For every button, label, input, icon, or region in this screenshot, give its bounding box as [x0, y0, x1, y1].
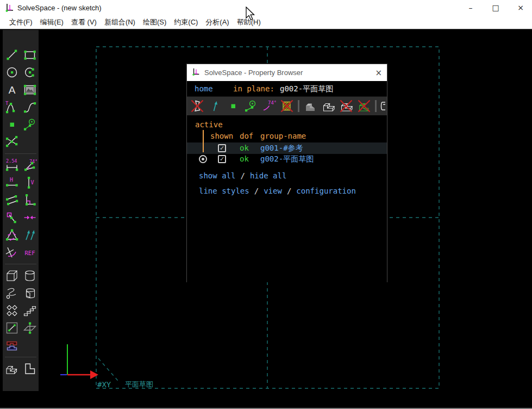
show-hide-links: show all/hide all: [199, 171, 286, 180]
extrude-group-icon[interactable]: [3, 267, 21, 284]
point-on-line-constraint-icon[interactable]: [3, 209, 21, 226]
menu-edit[interactable]: 编辑(E): [36, 17, 67, 27]
construction-icon[interactable]: [21, 116, 39, 133]
view-link[interactable]: view: [264, 187, 282, 195]
outlines-hidden-icon[interactable]: [339, 99, 353, 113]
toolbar-group: [3, 267, 39, 354]
active-plane-name[interactable]: g002-平面草图: [280, 84, 333, 94]
mouse-cursor-icon: [245, 7, 256, 24]
toolbar-separator: [5, 264, 36, 264]
main-titlebar: SolveSpace - (new sketch) – □ ×: [0, 0, 532, 15]
parallel-normals-constraint-icon[interactable]: [21, 226, 39, 244]
toolbar-divider: [298, 100, 299, 112]
maximize-button[interactable]: □: [485, 0, 506, 15]
property-browser-close-button[interactable]: ×: [375, 68, 382, 78]
translate-copy-group-icon[interactable]: [21, 302, 39, 319]
sketch-shape-group-icon[interactable]: [21, 360, 39, 377]
image-icon[interactable]: [21, 81, 39, 98]
property-browser-nav: home in plane: g002-平面草图: [187, 81, 387, 96]
configuration-link[interactable]: configuration: [296, 187, 356, 195]
angle-dimension-icon[interactable]: 74°: [21, 157, 39, 174]
constraints-dims-icon[interactable]: 74°: [262, 99, 276, 113]
equal-constraint-icon[interactable]: [3, 226, 21, 244]
arc-icon[interactable]: [21, 64, 39, 81]
svg-text:REF: REF: [24, 250, 35, 256]
helix-group-icon[interactable]: [3, 284, 21, 302]
active-radio-g002[interactable]: [199, 155, 207, 163]
shown-checkbox-g002[interactable]: [218, 155, 226, 163]
link-separator: /: [254, 187, 259, 195]
text-icon[interactable]: A: [3, 81, 21, 98]
workplane-group-icon[interactable]: [21, 319, 39, 337]
tangent-constraint-icon[interactable]: [3, 244, 21, 261]
perpendicular-constraint-icon[interactable]: [21, 191, 39, 209]
edges-icon[interactable]: [321, 99, 335, 113]
show-all-link[interactable]: show all: [199, 171, 235, 180]
menu-group[interactable]: 新组合(N): [101, 17, 139, 27]
shown-column-header: shown: [210, 132, 233, 140]
parallel-constraint-icon[interactable]: [3, 191, 21, 209]
shaded-icon[interactable]: [303, 99, 317, 113]
datum-point-icon[interactable]: [3, 116, 21, 133]
group-link-g001[interactable]: g001-#参考: [260, 144, 303, 153]
hide-all-link[interactable]: hide all: [250, 171, 286, 180]
dof-status: ok: [240, 144, 249, 152]
occluded-partial-icon[interactable]: [380, 99, 387, 113]
toolbar-group: 2.5474°HVREF: [3, 157, 39, 261]
line-styles-link[interactable]: line styles: [199, 187, 249, 195]
mesh-hidden-icon[interactable]: [357, 99, 371, 113]
svg-text:V: V: [30, 179, 34, 185]
bezier-spline-icon[interactable]: T: [3, 98, 21, 116]
boolean-difference-group-icon[interactable]: [3, 337, 21, 354]
union-solid-group-icon[interactable]: [3, 360, 21, 377]
active-pointer-line: [203, 130, 204, 152]
horizontal-constraint-icon[interactable]: H: [3, 174, 21, 191]
workplane-label-sketch-plane[interactable]: 平面草图: [125, 380, 153, 388]
reference-dimension-icon[interactable]: REF: [21, 244, 39, 261]
svg-text:H: H: [10, 177, 13, 183]
dof-column-header: dof: [240, 132, 253, 140]
origin-axes: [60, 344, 98, 379]
vertical-constraint-icon[interactable]: V: [21, 174, 39, 191]
construction-entities-icon[interactable]: [244, 99, 258, 113]
rectangle-icon[interactable]: [21, 46, 39, 64]
shown-checkbox-g001[interactable]: [218, 144, 226, 152]
wireframes-hidden-icon[interactable]: [190, 99, 204, 113]
rotate-copy-group-icon[interactable]: [3, 302, 21, 319]
x-axis-arrowhead: [90, 370, 98, 379]
spline-icon[interactable]: [21, 98, 39, 116]
solvespace-logo-icon: [192, 67, 201, 78]
toolbar-group: AT: [3, 46, 39, 151]
sketch-in-plane-group-icon[interactable]: [3, 319, 21, 337]
menu-file[interactable]: 文件(F): [5, 17, 36, 27]
menu-view[interactable]: 查看 (V): [67, 17, 101, 27]
link-separator: /: [240, 171, 245, 180]
group-link-g002[interactable]: g002-平面草图: [260, 154, 314, 164]
line-segment-icon[interactable]: [3, 46, 21, 64]
svg-text:74°: 74°: [268, 100, 276, 106]
menu-sketch[interactable]: 绘图(S): [139, 17, 170, 27]
toolbar-divider: [375, 100, 377, 112]
menu-constrain[interactable]: 约束(C): [170, 17, 202, 27]
split-curves-icon[interactable]: [3, 133, 21, 151]
revolve-group-icon[interactable]: [21, 284, 39, 302]
normals-icon[interactable]: [208, 99, 222, 113]
property-browser-titlebar[interactable]: SolveSpace - Property Browser ×: [187, 64, 387, 81]
view-options-toolbar: 74°: [187, 96, 387, 115]
svg-text:T: T: [5, 101, 9, 106]
window-title: SolveSpace - (new sketch): [17, 4, 102, 12]
link-separator: /: [287, 187, 291, 195]
close-button[interactable]: ×: [510, 0, 531, 15]
symmetric-constraint-icon[interactable]: [21, 209, 39, 226]
home-link[interactable]: home: [195, 84, 213, 93]
minimize-button[interactable]: –: [460, 0, 481, 15]
solvespace-logo-icon: [5, 3, 15, 15]
workplane-label-xy[interactable]: #XY: [97, 380, 111, 389]
faces-hidden-icon[interactable]: [280, 99, 294, 113]
points-icon[interactable]: [226, 99, 240, 113]
distance-dimension-icon[interactable]: 2.54: [3, 157, 21, 174]
lathe-group-icon[interactable]: [21, 267, 39, 284]
menubar: 文件(F) 编辑(E) 查看 (V) 新组合(N) 绘图(S) 约束(C) 分析…: [0, 15, 532, 29]
menu-analyze[interactable]: 分析(A): [202, 17, 233, 27]
circle-icon[interactable]: [3, 64, 21, 81]
